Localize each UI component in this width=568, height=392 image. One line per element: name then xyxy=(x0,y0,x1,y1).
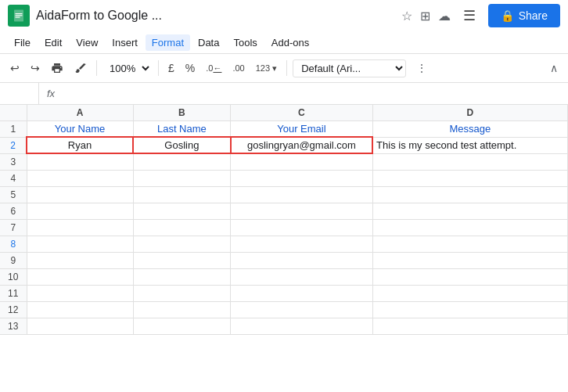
cell-c11[interactable] xyxy=(231,285,372,301)
cell-c9[interactable] xyxy=(231,252,372,268)
cell-d12[interactable] xyxy=(372,301,567,318)
row-num-7[interactable]: 7 xyxy=(0,219,27,236)
col-header-b[interactable]: B xyxy=(133,105,231,120)
cell-b8[interactable] xyxy=(133,236,231,252)
cell-b13[interactable] xyxy=(133,318,231,334)
cell-a1[interactable]: Your Name xyxy=(27,120,133,137)
cell-b1[interactable]: Last Name xyxy=(133,120,231,137)
cell-b7[interactable] xyxy=(133,219,231,236)
percent-button[interactable]: % xyxy=(182,59,199,77)
cell-d6[interactable] xyxy=(372,203,567,219)
col-header-c[interactable]: C xyxy=(231,105,372,120)
col-header-a[interactable]: A xyxy=(27,105,133,120)
spreadsheet: A B C D 1 Your Name Last Name Your Email… xyxy=(0,105,568,335)
cell-d2[interactable]: This is my second test attempt. xyxy=(372,137,567,153)
print-button[interactable] xyxy=(47,59,67,77)
cell-d8[interactable] xyxy=(372,236,567,252)
cell-b4[interactable] xyxy=(133,170,231,186)
cell-b11[interactable] xyxy=(133,285,231,301)
document-title[interactable]: AidaForm to Google ... xyxy=(36,9,395,23)
row-num-11[interactable]: 11 xyxy=(0,285,27,301)
cell-d4[interactable] xyxy=(372,170,567,186)
cell-d13[interactable] xyxy=(372,318,567,334)
grid-icon[interactable]: ⊞ xyxy=(420,9,430,23)
currency-button[interactable]: £ xyxy=(164,59,178,77)
cell-a8[interactable] xyxy=(27,236,133,252)
star-icon[interactable]: ☆ xyxy=(401,9,412,23)
cell-c8[interactable] xyxy=(231,236,372,252)
cell-c5[interactable] xyxy=(231,186,372,203)
share-button[interactable]: 🔒 Share xyxy=(488,4,560,27)
cell-d9[interactable] xyxy=(372,252,567,268)
cell-c2[interactable]: goslingryan@gmail.com xyxy=(231,137,372,153)
cloud-icon[interactable]: ☁ xyxy=(438,9,451,23)
menu-insert[interactable]: Insert xyxy=(106,34,144,51)
cell-a2[interactable]: Ryan xyxy=(27,137,133,153)
row-num-5[interactable]: 5 xyxy=(0,186,27,203)
cell-a4[interactable] xyxy=(27,170,133,186)
row-num-1[interactable]: 1 xyxy=(0,120,27,137)
cell-d5[interactable] xyxy=(372,186,567,203)
cell-a5[interactable] xyxy=(27,186,133,203)
row-num-4[interactable]: 4 xyxy=(0,170,27,186)
cell-b5[interactable] xyxy=(133,186,231,203)
cell-b6[interactable] xyxy=(133,203,231,219)
row-num-2[interactable]: 2 xyxy=(0,137,27,153)
row-num-8[interactable]: 8 xyxy=(0,236,27,252)
decimal-dec-button[interactable]: .0← xyxy=(202,61,225,75)
font-family-select[interactable]: Default (Ari... Arial Times New Roman xyxy=(293,59,406,77)
more-options-button[interactable]: ⋮ xyxy=(412,59,431,77)
cell-c13[interactable] xyxy=(231,318,372,334)
cell-c6[interactable] xyxy=(231,203,372,219)
cell-c12[interactable] xyxy=(231,301,372,318)
cell-a3[interactable] xyxy=(27,153,133,170)
paintformat-button[interactable] xyxy=(70,59,91,77)
row-num-3[interactable]: 3 xyxy=(0,153,27,170)
cell-c10[interactable] xyxy=(231,268,372,285)
row-num-13[interactable]: 13 xyxy=(0,318,27,334)
row-num-6[interactable]: 6 xyxy=(0,203,27,219)
row-num-12[interactable]: 12 xyxy=(0,301,27,318)
menu-format[interactable]: Format xyxy=(146,34,190,51)
cell-reference[interactable] xyxy=(0,83,39,104)
cell-a11[interactable] xyxy=(27,285,133,301)
zoom-select[interactable]: 100% 75% 50% 125% 150% xyxy=(102,59,153,77)
cell-d3[interactable] xyxy=(372,153,567,170)
cell-a9[interactable] xyxy=(27,252,133,268)
cell-c7[interactable] xyxy=(231,219,372,236)
cell-b12[interactable] xyxy=(133,301,231,318)
redo-button[interactable]: ↪ xyxy=(27,59,44,77)
menu-addons[interactable]: Add-ons xyxy=(265,34,315,51)
menu-data[interactable]: Data xyxy=(192,34,225,51)
cell-a12[interactable] xyxy=(27,301,133,318)
menu-tools[interactable]: Tools xyxy=(227,34,263,51)
cell-c1[interactable]: Your Email xyxy=(231,120,372,137)
cell-c3[interactable] xyxy=(231,153,372,170)
cell-a13[interactable] xyxy=(27,318,133,334)
decimal-inc-button[interactable]: .00 xyxy=(228,61,248,75)
format-num-button[interactable]: 123 ▾ xyxy=(252,61,281,76)
cell-d1[interactable]: Message xyxy=(372,120,567,137)
cell-d7[interactable] xyxy=(372,219,567,236)
menu-view[interactable]: View xyxy=(70,34,104,51)
menu-edit[interactable]: Edit xyxy=(38,34,68,51)
cell-a10[interactable] xyxy=(27,268,133,285)
cell-b9[interactable] xyxy=(133,252,231,268)
cell-b10[interactable] xyxy=(133,268,231,285)
row-num-9[interactable]: 9 xyxy=(0,252,27,268)
cell-b3[interactable] xyxy=(133,153,231,170)
comments-button[interactable]: ☰ xyxy=(457,4,482,27)
undo-button[interactable]: ↩ xyxy=(6,59,23,77)
cell-c4[interactable] xyxy=(231,170,372,186)
cell-d10[interactable] xyxy=(372,268,567,285)
cell-b2[interactable]: Gosling xyxy=(133,137,231,153)
formula-input[interactable] xyxy=(63,88,568,99)
menu-file[interactable]: File xyxy=(8,34,37,51)
row-num-10[interactable]: 10 xyxy=(0,268,27,285)
cell-a7[interactable] xyxy=(27,219,133,236)
table-row: 4 xyxy=(0,170,568,186)
cell-a6[interactable] xyxy=(27,203,133,219)
cell-d11[interactable] xyxy=(372,285,567,301)
collapse-toolbar-button[interactable]: ∧ xyxy=(546,59,562,77)
col-header-d[interactable]: D xyxy=(372,105,567,120)
